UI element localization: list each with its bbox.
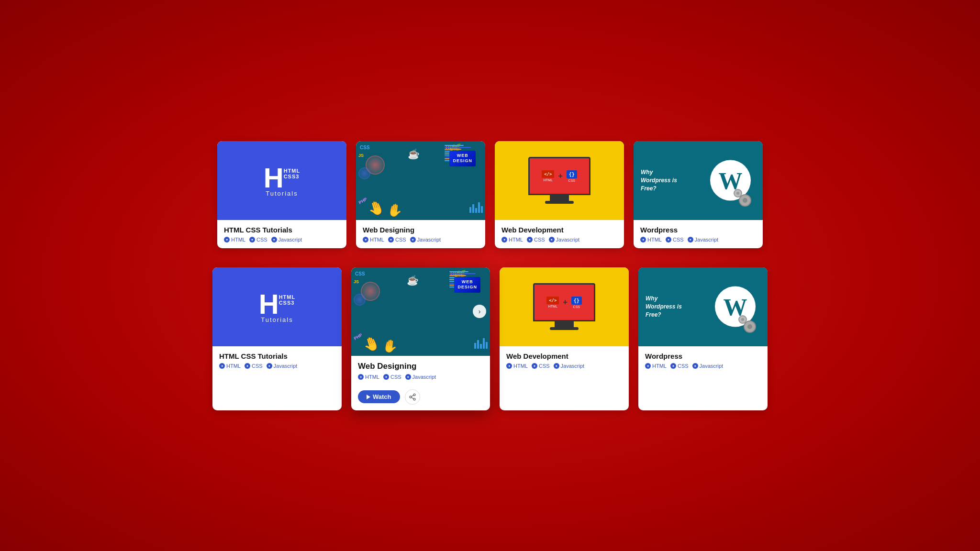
watch-button[interactable]: Watch (358, 390, 400, 403)
td6: ● (549, 237, 555, 242)
card-info-web-design-1: Web Designing ●HTML ●CSS ●Javascript (356, 220, 485, 248)
card-title-web-dev-1: Web Development (501, 226, 617, 234)
tag-css: ● CSS (249, 237, 267, 242)
tag-js-label: Javascript (278, 237, 302, 242)
css-badge-label-1: CSS (568, 179, 575, 182)
card-title-wordpress-1: Wordpress (640, 226, 756, 234)
t15: Javascript (412, 374, 436, 380)
share-button[interactable] (405, 389, 420, 405)
t1: HTML (370, 237, 384, 242)
thumbnail-web-dev-1: </> HTML + {} CSS (495, 141, 624, 220)
td7: ● (640, 237, 646, 242)
td16: ● (506, 363, 512, 369)
next-arrow[interactable]: › (473, 305, 486, 318)
js-floating-1: JS (358, 153, 364, 158)
td9: ● (688, 237, 693, 242)
card-info-wordpress-2: Wordpress ●HTML ●CSS ●Javascript (638, 346, 768, 375)
plus-1: + (558, 172, 562, 180)
card-wordpress-1[interactable]: Why Wordpress is Free? W (634, 141, 763, 248)
card-info-web-dev-1: Web Development ●HTML ●CSS ●Javascript (495, 220, 624, 248)
t16: HTML (513, 363, 528, 369)
card-web-design-2-expanded[interactable]: CSS JS HTML PHP 🌿 ☕ (351, 267, 490, 410)
td14: ● (383, 374, 389, 380)
web-design-label-2: DESIGN (453, 158, 472, 164)
card-title-web-design-2: Web Designing (358, 362, 483, 371)
t11: CSS (252, 363, 263, 369)
card-tags-html-css-2: ●HTML ●CSS ●Javascript (219, 363, 335, 369)
main-container: H HTML CSS3 Tutorials HTML CSS Tutorials… (203, 141, 777, 410)
css3-text-2: CSS3 (279, 300, 296, 306)
t12: Javascript (274, 363, 298, 369)
tutorials-text: Tutorials (266, 190, 298, 197)
t21: Javascript (700, 363, 724, 369)
web-design-label-3: WEB (457, 279, 477, 285)
card-info-html-css-1: HTML CSS Tutorials ● HTML ● CSS ● Javasc… (217, 220, 346, 248)
svg-line-7 (411, 397, 413, 399)
svg-point-5 (410, 396, 412, 398)
card-web-dev-1[interactable]: </> HTML + {} CSS Web Development (495, 141, 624, 248)
td20: ● (670, 363, 676, 369)
card-actions: Watch (351, 386, 490, 410)
big-h: H (264, 164, 284, 192)
css-floating-1: CSS (360, 145, 370, 150)
td19: ● (645, 363, 651, 369)
td5: ● (527, 237, 533, 242)
t20: CSS (678, 363, 689, 369)
web-design-content-2: CSS JS HTML PHP 🌿 ☕ (351, 267, 490, 356)
card-tags-web-dev-2: ●HTML ●CSS ●Javascript (506, 363, 622, 369)
thumbnail-web-dev-2: </> HTML + {} CSS (500, 267, 629, 346)
css-badge-label-2: CSS (573, 305, 580, 309)
tag-html: ● HTML (224, 237, 245, 242)
css-badge-1: {} (567, 170, 577, 178)
td8: ● (666, 237, 671, 242)
thumbnail-web-design-2: CSS JS HTML PHP 🌿 ☕ (351, 267, 490, 356)
thumbnail-wordpress-2: Why Wordpress is Free? W (638, 267, 768, 346)
tag-dot-js: ● (271, 237, 277, 242)
card-html-css-2[interactable]: H HTML CSS3 Tutorials HTML CSS Tutorials… (212, 267, 342, 410)
tag-css-label: CSS (256, 237, 267, 242)
card-tags-web-design-1: ●HTML ●CSS ●Javascript (363, 237, 479, 242)
plus-2: + (563, 298, 567, 307)
html-badge-1: </> (542, 170, 554, 178)
td17: ● (532, 363, 537, 369)
row-2: H HTML CSS3 Tutorials HTML CSS Tutorials… (203, 267, 777, 410)
card-wordpress-2[interactable]: Why Wordpress is Free? W (638, 267, 768, 410)
t18: Javascript (561, 363, 585, 369)
wp-thumb-content-2: Why Wordpress is Free? W (638, 267, 768, 346)
td2: ● (388, 237, 394, 242)
t14: CSS (390, 374, 401, 380)
html-css-logo-2: H HTML CSS3 Tutorials (259, 290, 295, 323)
thumbnail-html-css-2: H HTML CSS3 Tutorials (212, 267, 342, 346)
gears-group-2 (735, 312, 757, 336)
card-info-wordpress-1: Wordpress ●HTML ●CSS ●Javascript (634, 220, 763, 248)
t4: HTML (509, 237, 523, 242)
td11: ● (245, 363, 250, 369)
t3: Javascript (417, 237, 441, 242)
html-css-logo: H HTML CSS3 Tutorials (264, 164, 300, 197)
t8: CSS (673, 237, 684, 242)
t7: HTML (647, 237, 662, 242)
css3-text: CSS3 (284, 174, 301, 179)
card-html-css-1[interactable]: H HTML CSS3 Tutorials HTML CSS Tutorials… (217, 141, 346, 248)
td21: ● (692, 363, 698, 369)
card-tags-web-dev-1: ●HTML ●CSS ●Javascript (501, 237, 617, 242)
t6: Javascript (556, 237, 580, 242)
td12: ● (267, 363, 272, 369)
monitor-screen-1: </> HTML + {} CSS (528, 157, 590, 195)
tag-dot-css: ● (249, 237, 255, 242)
card-info-html-css-2: HTML CSS Tutorials ●HTML ●CSS ●Javascrip… (212, 346, 342, 375)
td13: ● (358, 374, 364, 380)
card-title-html-css-1: HTML CSS Tutorials (224, 226, 340, 234)
t17: CSS (539, 363, 550, 369)
t5: CSS (534, 237, 545, 242)
card-tags-wordpress-1: ●HTML ●CSS ●Javascript (640, 237, 756, 242)
card-web-dev-2[interactable]: </> HTML + {} CSS Web Development (500, 267, 629, 410)
html-text-2: HTML (279, 294, 296, 300)
t19: HTML (652, 363, 667, 369)
thumbnail-html-css-1: H HTML CSS3 Tutorials (217, 141, 346, 220)
html-text: HTML (284, 168, 301, 174)
html-badge-2: </> (546, 297, 559, 304)
card-web-design-1[interactable]: CSS JS HTML PHP 🌿 ☕ (356, 141, 485, 248)
web-design-label-4: DESIGN (457, 285, 477, 290)
js-floating-2: JS (354, 279, 359, 284)
